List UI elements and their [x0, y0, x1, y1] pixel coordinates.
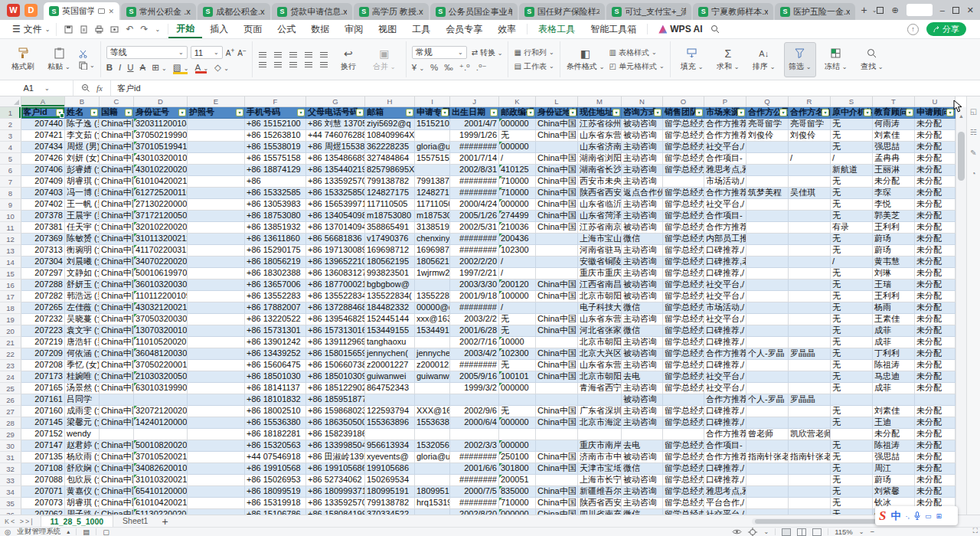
cell[interactable]: 207088 — [21, 475, 65, 486]
cell[interactable] — [415, 475, 450, 486]
cell[interactable]: 蔚玚 — [873, 245, 915, 257]
menu-tab-6[interactable]: 视图 — [371, 21, 404, 38]
cell[interactable] — [789, 302, 831, 314]
file-tab[interactable]: S可过_支付宝+_滴滴 — [606, 3, 691, 20]
cell[interactable]: +86 1335925706 — [306, 498, 365, 509]
cell[interactable]: 社交平台,/ — [704, 199, 746, 211]
cell[interactable]: China中国 — [100, 188, 134, 199]
cell[interactable]: / — [499, 302, 536, 314]
cell[interactable]: 313851932 — [415, 222, 450, 234]
add-sheet-button[interactable]: + — [157, 515, 172, 528]
cell[interactable] — [134, 429, 188, 440]
filter-dropdown-icon[interactable]: ▾ — [822, 109, 829, 116]
cell[interactable] — [188, 234, 245, 245]
maximize-button[interactable] — [952, 7, 959, 14]
cell[interactable]: 370105199411221118 — [134, 142, 188, 153]
row-number[interactable]: 28 — [0, 417, 21, 429]
cell[interactable]: 亮哥留学 — [789, 119, 831, 130]
cell[interactable]: +86 15319918 — [245, 498, 306, 509]
cell[interactable] — [188, 142, 245, 153]
cell[interactable]: 季忆 (女) — [65, 360, 100, 371]
cell[interactable]: 2001/6/6 — [450, 463, 499, 475]
cell[interactable]: China中国 — [536, 371, 578, 383]
column-header-N[interactable]: N — [622, 96, 663, 107]
cell[interactable]: China中国 — [536, 406, 578, 417]
cell[interactable]: 200120 — [499, 279, 536, 291]
cell[interactable]: 留学总经办 — [663, 383, 704, 394]
undo-icon[interactable]: ↶ — [126, 24, 133, 34]
cell[interactable]: +86 15263810 — [245, 130, 306, 142]
cell[interactable]: China中国 — [100, 153, 134, 165]
filter-dropdown-icon[interactable]: ▾ — [779, 109, 787, 116]
cell[interactable]: China中国 — [536, 291, 578, 302]
cell[interactable] — [789, 406, 831, 417]
cell[interactable]: 未分配 — [915, 325, 956, 337]
cell[interactable]: +86 1391129694 — [306, 337, 365, 348]
cell[interactable] — [789, 142, 831, 153]
cell[interactable]: 207409 — [21, 176, 65, 188]
cell[interactable]: 610104200212213421 — [134, 498, 188, 509]
cell[interactable]: +86 18753080 — [245, 211, 306, 222]
cell[interactable]: 未分配 — [915, 234, 956, 245]
cell[interactable]: 2002/8/31 — [450, 165, 499, 176]
cell[interactable]: +86 13657006 — [245, 279, 306, 291]
menu-tab-5[interactable]: 审阅 — [337, 21, 371, 38]
cell[interactable]: 15320563( — [415, 440, 450, 452]
cell[interactable] — [415, 383, 450, 394]
cell[interactable]: 2005/9/16 — [450, 371, 499, 383]
cell[interactable] — [188, 429, 245, 440]
header-cell[interactable]: 市场来源▾ — [704, 107, 746, 119]
cell[interactable]: 无 — [831, 245, 873, 257]
cell[interactable] — [746, 337, 789, 348]
cell[interactable]: 陈祖涛 — [873, 440, 915, 452]
cell[interactable] — [188, 440, 245, 452]
cell[interactable]: 无 — [831, 279, 873, 291]
cell[interactable]: 左佳薇 (女 — [65, 302, 100, 314]
output-icon[interactable] — [80, 25, 88, 34]
cell[interactable]: 207304 — [21, 257, 65, 268]
cell[interactable]: / — [499, 268, 536, 279]
cell[interactable]: ######## — [450, 360, 499, 371]
cell[interactable]: 被动咨询 — [622, 348, 663, 360]
filter-dropdown-icon[interactable]: ▾ — [612, 109, 620, 116]
row-number[interactable]: 12 — [0, 234, 21, 245]
cell[interactable]: 任天宇 (女 — [65, 222, 100, 234]
cell[interactable] — [789, 371, 831, 383]
increase-font-icon[interactable]: A+ — [226, 47, 235, 57]
cell[interactable]: +86 56681836 — [306, 234, 365, 245]
header-cell[interactable]: 合作方名称▾ — [789, 107, 831, 119]
cell[interactable]: 未分配 — [915, 222, 956, 234]
cell[interactable]: 1999/1/26 — [450, 130, 499, 142]
cell[interactable]: 强思喆 — [873, 142, 915, 153]
cell[interactable]: 口碑推荐,/ — [704, 463, 746, 475]
cell[interactable]: 留学总经办 — [663, 302, 704, 314]
cell[interactable]: 271302200004241013 — [134, 199, 188, 211]
cell[interactable]: 胡睿琪 (女 — [65, 176, 100, 188]
cell[interactable]: +86 — [245, 176, 306, 188]
cell[interactable]: 未分配 — [915, 314, 956, 325]
cell[interactable]: 320311200104077915 — [134, 119, 188, 130]
system-status-text[interactable]: 业财管理系统 — [17, 527, 60, 536]
cell[interactable] — [415, 394, 450, 406]
cell[interactable] — [789, 498, 831, 509]
cell[interactable]: +86 13053983 — [245, 199, 306, 211]
cell[interactable]: 留学总经办 — [663, 475, 704, 486]
cell[interactable] — [188, 302, 245, 314]
cell[interactable]: China中国 — [100, 165, 134, 176]
cell[interactable] — [789, 463, 831, 475]
cell[interactable]: 207062 — [21, 509, 65, 515]
cell[interactable]: China中国 — [536, 153, 578, 165]
cell[interactable]: China中国 — [100, 475, 134, 486]
cell[interactable]: 主动咨询 — [622, 257, 663, 268]
cell[interactable]: 吴晓蔓 (女 — [65, 314, 100, 325]
cell[interactable] — [536, 475, 578, 486]
sum-button[interactable]: Σ 求和 ⌄ — [712, 42, 744, 77]
file-tab[interactable]: S成都公积金.xlsx — [198, 3, 270, 20]
borders-button[interactable]: ⊞ ⌄ — [152, 62, 167, 73]
cell[interactable]: 370105200210270824 — [134, 452, 188, 463]
cell[interactable]: 王迪 — [873, 417, 915, 429]
cell[interactable]: 142401200006041426 — [134, 417, 188, 429]
cell[interactable]: +86 13851932 — [245, 222, 306, 234]
cell[interactable]: 207403 — [21, 188, 65, 199]
filter-dropdown-icon[interactable]: ▾ — [441, 109, 449, 116]
